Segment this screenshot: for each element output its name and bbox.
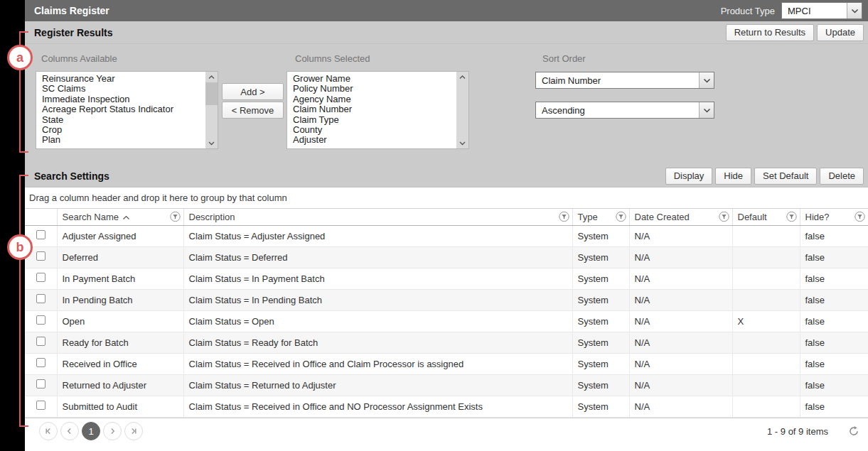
column-header-date-created[interactable]: Date Created [629,209,732,225]
sort-ascending-icon [122,212,130,222]
scroll-down-icon[interactable] [205,138,218,148]
product-type-value: MPCI [782,6,847,16]
table-row[interactable]: Received in OfficeClaim Status = Receive… [25,353,868,374]
scrollbar[interactable] [456,72,468,148]
column-header-label: Date Created [635,212,690,222]
column-header-description[interactable]: Description [183,209,572,225]
list-item[interactable]: Claim Number [293,104,456,114]
row-checkbox[interactable] [36,230,45,239]
chevron-down-icon[interactable] [699,72,714,88]
first-page-button[interactable] [39,422,58,440]
filter-icon[interactable] [786,212,797,222]
cell-default [732,225,800,246]
add-button[interactable]: Add > [222,83,284,100]
update-button[interactable]: Update [817,24,864,41]
list-item[interactable]: Policy Number [293,84,456,94]
table-row[interactable]: In Payment BatchClaim Status = In Paymen… [25,268,868,289]
hide-button[interactable]: Hide [715,168,751,185]
column-header-label: Search Name [63,212,119,222]
list-item[interactable]: Adjuster [293,135,456,145]
refresh-icon[interactable] [848,425,859,437]
column-header-label: Description [189,212,235,222]
cell-date-created: N/A [629,310,732,332]
sort-field-select[interactable]: Claim Number [535,72,714,89]
cell-type: System [572,396,629,417]
checkbox-cell [25,332,57,353]
checkbox-cell [25,310,57,332]
remove-button[interactable]: < Remove [222,102,284,119]
scrollbar-thumb[interactable] [205,82,218,105]
sort-field-value: Claim Number [536,75,699,86]
table-row[interactable]: DeferredClaim Status = DeferredSystemN/A… [25,246,868,268]
list-item[interactable]: Claim Type [293,115,456,125]
column-header-hide[interactable]: Hide? [800,209,868,225]
filter-icon[interactable] [559,212,569,222]
row-checkbox[interactable] [36,358,45,367]
list-item[interactable]: County [293,125,456,135]
column-header-search-name[interactable]: Search Name [57,209,183,225]
cell-default [732,289,800,310]
previous-page-button[interactable] [60,422,79,440]
table-row[interactable]: Returned to AdjusterClaim Status = Retur… [25,374,868,396]
delete-button[interactable]: Delete [820,168,864,185]
column-header-type[interactable]: Type [572,209,629,225]
last-page-button[interactable] [124,422,143,440]
scrollbar[interactable] [205,72,218,148]
scroll-down-icon[interactable] [456,138,468,148]
list-item[interactable]: Immediate Inspection [42,94,205,104]
list-item[interactable]: Plan [42,135,205,145]
row-checkbox[interactable] [36,251,45,261]
row-checkbox[interactable] [36,294,45,303]
table-row[interactable]: OpenClaim Status = OpenSystemN/AXfalse [25,310,868,332]
cell-hide: false [800,332,868,353]
checkbox-cell [25,268,57,289]
row-checkbox[interactable] [36,401,45,410]
list-item[interactable]: Grower Name [293,74,456,84]
filter-icon[interactable] [170,212,181,222]
return-to-results-button[interactable]: Return to Results [726,24,814,41]
next-page-button[interactable] [103,422,122,440]
cell-description: Claim Status = Deferred [183,246,572,268]
cell-default [732,268,800,289]
filter-icon[interactable] [719,212,729,222]
scrollbar-track[interactable] [456,82,468,138]
product-type-select[interactable]: MPCI [781,2,862,19]
list-item[interactable]: Crop [42,125,205,135]
table-row[interactable]: In Pending BatchClaim Status = In Pendin… [25,289,868,310]
list-item[interactable]: Agency Name [293,94,456,104]
table-row[interactable]: Adjuster AssignedClaim Status = Adjuster… [25,225,868,246]
column-header-default[interactable]: Default [732,209,800,225]
row-checkbox[interactable] [36,337,45,346]
list-item[interactable]: SC Claims [42,84,205,94]
row-checkbox[interactable] [36,379,45,388]
chevron-down-icon[interactable] [699,102,714,118]
sort-direction-value: Ascending [536,105,699,116]
page-1-button[interactable]: 1 [82,422,100,440]
table-row[interactable]: Ready for BatchClaim Status = Ready for … [25,332,868,353]
chevron-down-icon[interactable] [847,3,862,18]
row-checkbox[interactable] [36,315,45,325]
top-bar: Claims Register Product Type MPCI [25,0,868,21]
cell-date-created: N/A [629,353,732,374]
cell-date-created: N/A [629,374,732,396]
checkbox-cell [25,353,57,374]
scrollbar-track[interactable] [205,82,218,138]
scroll-up-icon[interactable] [205,72,218,82]
columns-available-listbox[interactable]: Reinsurance YearSC ClaimsImmediate Inspe… [36,71,218,149]
search-settings-table: Search Name Description Type Date Create… [25,209,868,418]
filter-icon[interactable] [854,212,865,222]
group-by-drop-zone[interactable]: Drag a column header and drop it here to… [25,188,868,209]
table-row[interactable]: Submitted to AuditClaim Status = Receive… [25,396,868,417]
display-button[interactable]: Display [665,168,713,185]
list-item[interactable]: State [42,115,205,125]
sort-direction-select[interactable]: Ascending [535,102,714,119]
list-item[interactable]: Acreage Report Status Indicator [42,104,205,114]
set-default-button[interactable]: Set Default [754,168,817,185]
columns-selected-label: Columns Selected [295,53,370,64]
list-item[interactable]: Reinsurance Year [42,74,205,84]
cell-hide: false [800,225,868,246]
scroll-up-icon[interactable] [456,72,468,82]
columns-selected-listbox[interactable]: Grower NamePolicy NumberAgency NameClaim… [286,71,469,149]
row-checkbox[interactable] [36,273,45,282]
filter-icon[interactable] [616,212,626,222]
